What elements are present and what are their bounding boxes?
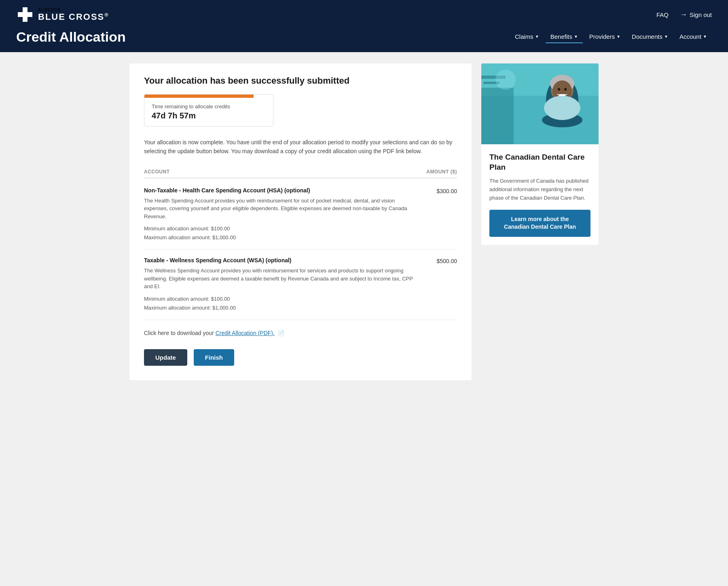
page-title: Credit Allocation bbox=[16, 29, 126, 45]
chevron-down-icon: ▼ bbox=[574, 34, 578, 39]
left-panel: Your allocation has been successfully su… bbox=[129, 63, 472, 380]
main-content: Your allocation has been successfully su… bbox=[113, 52, 615, 392]
svg-point-13 bbox=[544, 96, 580, 120]
logo-main-text: BLUE CROSS® bbox=[38, 12, 109, 22]
svg-rect-1 bbox=[18, 12, 32, 17]
signout-icon: → bbox=[680, 11, 687, 19]
timer-label: Time remaining to allocate credits bbox=[152, 103, 266, 110]
chevron-down-icon: ▼ bbox=[703, 34, 707, 39]
account-name: Non-Taxable - Health Care Spending Accou… bbox=[144, 187, 417, 194]
account-desc: The Wellness Spending Account provides y… bbox=[144, 267, 417, 291]
account-limits: Minimum allocation amount: $100.00 Maxim… bbox=[144, 224, 417, 242]
timer-value: 47d 7h 57m bbox=[152, 111, 266, 120]
nav-item-account[interactable]: Account ▼ bbox=[675, 31, 712, 43]
table-header: ACCOUNT AMOUNT ($) bbox=[144, 166, 457, 178]
dental-card-body: The Canadian Dental Care Plan The Govern… bbox=[481, 144, 599, 245]
chevron-down-icon: ▼ bbox=[535, 34, 539, 39]
logo-sub-text: ALBERTA bbox=[38, 7, 109, 12]
col-account-header: ACCOUNT bbox=[144, 169, 170, 175]
top-right-nav: FAQ → Sign out bbox=[656, 11, 712, 19]
finish-button[interactable]: Finish bbox=[194, 349, 234, 366]
table-row: Taxable - Wellness Spending Account (WSA… bbox=[144, 250, 457, 320]
faq-link[interactable]: FAQ bbox=[656, 11, 669, 18]
nav-item-providers[interactable]: Providers ▼ bbox=[584, 31, 625, 43]
signout-button[interactable]: → Sign out bbox=[680, 11, 712, 19]
account-desc: The Health Spending Account provides you… bbox=[144, 197, 417, 221]
account-amount: $500.00 bbox=[425, 257, 457, 264]
account-limits: Minimum allocation amount: $100.00 Maxim… bbox=[144, 295, 417, 312]
right-panel: The Canadian Dental Care Plan The Govern… bbox=[481, 63, 599, 380]
nav-item-documents[interactable]: Documents ▼ bbox=[627, 31, 673, 43]
top-bar: ALBERTA BLUE CROSS® FAQ → Sign out bbox=[0, 0, 728, 29]
nav-item-benefits[interactable]: Benefits ▼ bbox=[546, 31, 583, 43]
svg-rect-4 bbox=[481, 88, 514, 144]
account-amount: $300.00 bbox=[425, 187, 457, 194]
logo-cross-icon bbox=[16, 6, 34, 23]
dental-scene-svg bbox=[481, 63, 599, 144]
dental-care-card: The Canadian Dental Care Plan The Govern… bbox=[481, 63, 599, 245]
pdf-icon: 📄 bbox=[278, 330, 284, 336]
pdf-section: Click here to download your Credit Alloc… bbox=[144, 330, 457, 336]
svg-point-10 bbox=[558, 88, 560, 91]
sub-header: Credit Allocation Claims ▼ Benefits ▼ Pr… bbox=[0, 29, 728, 52]
svg-point-16 bbox=[495, 70, 516, 90]
account-row-left: Non-Taxable - Health Care Spending Accou… bbox=[144, 187, 417, 242]
action-buttons: Update Finish bbox=[144, 349, 457, 366]
dental-card-title: The Canadian Dental Care Plan bbox=[489, 152, 590, 172]
pdf-download-link[interactable]: Credit Allocation (PDF). bbox=[216, 330, 275, 336]
logo-area: ALBERTA BLUE CROSS® bbox=[16, 6, 109, 23]
learn-more-button[interactable]: Learn more about the Canadian Dental Car… bbox=[489, 210, 590, 237]
nav-item-claims[interactable]: Claims ▼ bbox=[510, 31, 544, 43]
dental-card-desc: The Government of Canada has published a… bbox=[489, 177, 590, 202]
main-nav: Claims ▼ Benefits ▼ Providers ▼ Document… bbox=[510, 31, 712, 43]
allocation-description: Your allocation is now complete. You hav… bbox=[144, 138, 457, 156]
chevron-down-icon: ▼ bbox=[616, 34, 620, 39]
table-row: Non-Taxable - Health Care Spending Accou… bbox=[144, 180, 457, 250]
chevron-down-icon: ▼ bbox=[664, 34, 668, 39]
success-heading: Your allocation has been successfully su… bbox=[144, 76, 457, 86]
account-row-left: Taxable - Wellness Spending Account (WSA… bbox=[144, 257, 417, 312]
update-button[interactable]: Update bbox=[144, 349, 187, 366]
dental-image bbox=[481, 63, 599, 144]
col-amount-header: AMOUNT ($) bbox=[426, 169, 457, 175]
account-table: ACCOUNT AMOUNT ($) Non-Taxable - Health … bbox=[144, 166, 457, 320]
timer-content: Time remaining to allocate credits 47d 7… bbox=[144, 98, 273, 126]
timer-box: Time remaining to allocate credits 47d 7… bbox=[144, 94, 273, 126]
logo-text-block: ALBERTA BLUE CROSS® bbox=[38, 7, 109, 22]
svg-point-11 bbox=[564, 88, 567, 91]
timer-progress-bar bbox=[144, 95, 254, 98]
account-name: Taxable - Wellness Spending Account (WSA… bbox=[144, 257, 417, 263]
